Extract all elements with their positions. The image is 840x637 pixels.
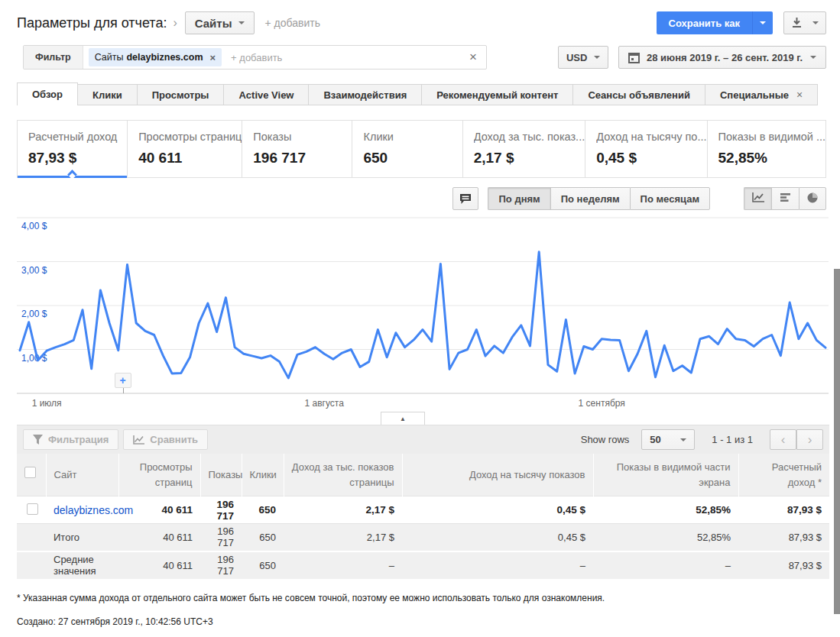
- metric-value: 0,45 $: [596, 150, 706, 167]
- column-header-просмотры-страниц[interactable]: Просмотры страниц: [118, 454, 200, 496]
- metric-cell: 40 611: [118, 551, 200, 579]
- rows-per-page-dropdown[interactable]: 50: [641, 429, 695, 450]
- metric-value: 2,17 $: [474, 150, 585, 167]
- line-chart-button[interactable]: [744, 187, 771, 210]
- save-as-button[interactable]: Сохранить как: [657, 11, 753, 34]
- averages-row: Средние значения40 611196 717650–––87,93…: [17, 551, 829, 579]
- filtration-button[interactable]: Фильтрация: [23, 429, 118, 450]
- tab-взаимодействия[interactable]: Взаимодействия: [309, 84, 422, 105]
- tab-обзор[interactable]: Обзор: [17, 82, 78, 105]
- metric-cell: 2,17 $: [284, 496, 402, 524]
- tab-close-icon[interactable]: ×: [796, 89, 803, 101]
- currency-dropdown[interactable]: USD: [558, 46, 608, 69]
- compare-chart-icon: [133, 435, 144, 445]
- empty-cell: [17, 524, 46, 551]
- rows-per-page-value: 50: [650, 434, 660, 445]
- download-button[interactable]: [783, 11, 826, 34]
- filter-clear-icon[interactable]: ×: [469, 50, 477, 65]
- sites-table: СайтПросмотры страницПоказыКликиДоход за…: [17, 454, 829, 579]
- column-header-клики[interactable]: Клики: [242, 454, 284, 496]
- svg-text:2,00 $: 2,00 $: [21, 309, 47, 319]
- pagination-status: 1 - 1 из 1: [712, 434, 753, 445]
- totals-row-label: Итого: [46, 524, 118, 551]
- metric-card-доход-за-тыс-показ[interactable]: Доход за тыс. показ...2,17 $: [463, 121, 586, 177]
- dimension-dropdown-label: Сайты: [195, 17, 232, 30]
- metric-card-показы[interactable]: Показы196 717: [242, 121, 352, 177]
- dimension-dropdown[interactable]: Сайты: [185, 11, 255, 34]
- metric-label: Просмотры страниц: [138, 131, 242, 143]
- metric-cell: 52,85%: [593, 524, 738, 551]
- table-toolbar: Фильтрация Сравнить Show rows 50 1 - 1 и…: [17, 425, 829, 454]
- metric-label: Доход на тысячу по...: [596, 131, 706, 143]
- filter-chip[interactable]: Сайты delaybiznes.com ×: [89, 48, 222, 66]
- metric-cell: 196 717: [200, 551, 242, 579]
- vertical-scrollbar[interactable]: [834, 269, 840, 614]
- metric-card-просмотры-страниц[interactable]: Просмотры страниц40 611: [128, 121, 242, 177]
- tab-просмотры[interactable]: Просмотры: [138, 84, 225, 105]
- compare-button[interactable]: Сравнить: [123, 429, 208, 450]
- totals-row: Итого40 611196 7176502,17 $0,45 $52,85%8…: [17, 524, 829, 551]
- column-header-сайт[interactable]: Сайт: [46, 454, 118, 496]
- add-dimension-button[interactable]: + добавить: [265, 17, 320, 29]
- granularity-toggle: По днямПо неделямПо месяцам: [488, 187, 710, 210]
- bar-chart-button[interactable]: [771, 187, 799, 210]
- filtration-label: Фильтрация: [48, 434, 109, 445]
- column-header-показы-в-видимой-части-экрана[interactable]: Показы в видимой части экрана: [593, 454, 738, 496]
- tab-рекомендуемый-контент[interactable]: Рекомендуемый контент: [422, 84, 573, 105]
- tab-сеансы-объявлений[interactable]: Сеансы объявлений: [573, 84, 705, 105]
- tab-active-view[interactable]: Active View: [224, 84, 309, 105]
- chevron-down-icon: [810, 56, 816, 59]
- report-header: Параметры для отчета: › Сайты + добавить…: [17, 11, 826, 35]
- next-page-button[interactable]: ›: [796, 429, 823, 450]
- filter-label: Фильтр: [24, 46, 83, 69]
- annotation-stem: [123, 388, 124, 393]
- column-header-показы[interactable]: Показы: [200, 454, 242, 496]
- add-annotation-button[interactable]: +: [115, 373, 131, 388]
- metric-cell: –: [593, 551, 738, 579]
- column-header-доход-на-тысячу-показов[interactable]: Доход на тысячу показов: [402, 454, 593, 496]
- filter-input[interactable]: Фильтр Сайты delaybiznes.com × + добавит…: [23, 45, 487, 70]
- tab-клики[interactable]: Клики: [78, 84, 138, 105]
- annotations-button[interactable]: [452, 187, 478, 210]
- metric-cell: 0,45 $: [402, 524, 593, 551]
- chevron-down-icon: [760, 21, 766, 24]
- chart-controls: По днямПо неделямПо месяцам: [0, 187, 826, 210]
- table-row: delaybiznes.com40 611196 7176502,17 $0,4…: [17, 496, 829, 524]
- line-chart-icon: [752, 192, 764, 205]
- metric-value: 52,85%: [718, 150, 826, 167]
- prev-page-button[interactable]: ‹: [770, 429, 796, 450]
- tab-специальные[interactable]: Специальные×: [705, 84, 818, 105]
- filter-chip-value: delaybiznes.com: [126, 52, 203, 63]
- site-link[interactable]: delaybiznes.com: [54, 504, 133, 516]
- metric-cell: 196 717: [200, 496, 242, 524]
- chevron-down-icon: [812, 21, 819, 24]
- active-card-notch: [67, 170, 77, 179]
- earnings-line-chart[interactable]: 1,00 $2,00 $3,00 $4,00 $1 июля1 августа1…: [17, 216, 829, 412]
- collapse-table-button[interactable]: ▲: [381, 412, 425, 425]
- metric-card-расчетный-доход[interactable]: Расчетный доход87,93 $: [18, 121, 128, 177]
- report-tabs: ОбзорКликиПросмотрыActive ViewВзаимодейс…: [17, 82, 840, 105]
- granularity-по-неделям[interactable]: По неделям: [550, 187, 630, 210]
- metric-cell: 87,93 $: [738, 496, 829, 524]
- column-header-расчетный-доход[interactable]: Расчетный доход *: [738, 454, 829, 496]
- svg-text:1 сентября: 1 сентября: [579, 398, 625, 409]
- pie-chart-button[interactable]: [799, 187, 826, 210]
- select-all-checkbox[interactable]: [24, 467, 36, 478]
- metric-card-доход-на-тысячу-по[interactable]: Доход на тысячу по...0,45 $: [585, 121, 707, 177]
- chip-close-icon[interactable]: ×: [210, 52, 216, 63]
- svg-text:1 августа: 1 августа: [305, 398, 345, 409]
- metric-card-показы-в-видимой[interactable]: Показы в видимой ...52,85%: [708, 121, 827, 177]
- created-timestamp: Создано: 27 сентября 2019 г., 10:42:56 U…: [17, 616, 840, 627]
- column-header-доход-за-тыс-показов-страницы[interactable]: Доход за тыс. показов страницы: [284, 454, 402, 496]
- metric-cell: 650: [242, 524, 284, 551]
- save-as-dropdown[interactable]: [753, 11, 773, 34]
- earnings-series-line: [20, 252, 825, 378]
- row-checkbox[interactable]: [27, 503, 38, 515]
- granularity-по-дням[interactable]: По дням: [488, 187, 550, 210]
- date-range-picker[interactable]: 28 июня 2019 г. – 26 сент. 2019 г.: [618, 46, 826, 69]
- metric-card-клики[interactable]: Клики650: [352, 121, 462, 177]
- metric-label: Доход за тыс. показ...: [474, 131, 585, 143]
- granularity-по-месяцам[interactable]: По месяцам: [630, 187, 710, 210]
- filter-chip-prefix: Сайты: [95, 52, 124, 63]
- metric-label: Показы: [253, 131, 352, 143]
